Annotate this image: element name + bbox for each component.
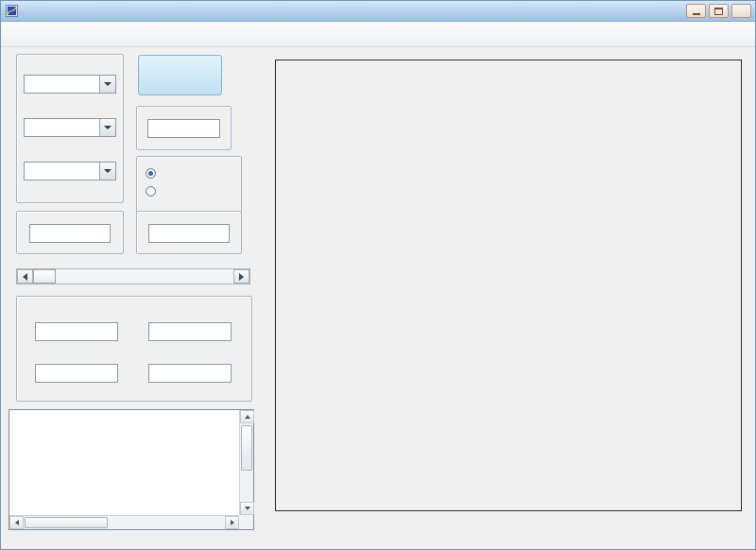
collision-angle-slider[interactable] xyxy=(16,268,250,284)
maximize-icon xyxy=(714,8,723,15)
scroll-right-button[interactable] xyxy=(225,516,239,529)
contour-plot[interactable] xyxy=(275,60,742,511)
close-button[interactable] xyxy=(731,4,751,18)
chevron-down-icon xyxy=(104,169,112,173)
minimize-icon xyxy=(693,13,700,15)
maximize-button[interactable] xyxy=(709,4,729,18)
plot-type-listbox xyxy=(9,409,254,530)
horizontal-scroll-thumb[interactable] xyxy=(25,517,108,528)
cutoff-field[interactable] xyxy=(148,224,230,243)
scroll-left-button[interactable] xyxy=(9,516,24,529)
calculation-type-panel xyxy=(136,156,242,213)
chevron-down-icon xyxy=(104,126,112,129)
ab-momentum-field[interactable] xyxy=(148,322,232,341)
radio-unselected-icon xyxy=(146,186,156,197)
toolbar xyxy=(1,22,755,47)
contour-canvas[interactable] xyxy=(276,60,743,512)
scrollbar-corner xyxy=(239,515,253,529)
bc-distance-field[interactable] xyxy=(35,364,118,383)
combo-arrow-button[interactable] xyxy=(99,76,115,93)
update-button[interactable] xyxy=(138,55,222,95)
atom-a-select[interactable] xyxy=(24,75,116,94)
delta-value-field[interactable] xyxy=(147,119,220,138)
vertical-scrollbar[interactable] xyxy=(239,410,253,515)
dynamics-radio[interactable] xyxy=(146,168,161,179)
bc-momentum-field[interactable] xyxy=(148,364,232,383)
mep-radio[interactable] xyxy=(146,186,161,197)
combo-arrow-button[interactable] xyxy=(99,163,115,180)
combo-arrow-button[interactable] xyxy=(99,119,115,136)
chevron-down-icon xyxy=(104,82,112,86)
vertical-scroll-thumb[interactable] xyxy=(241,425,252,471)
slider-left-arrow[interactable] xyxy=(17,269,33,284)
arrow-down-icon xyxy=(245,507,250,510)
molecular-dynamics-window xyxy=(0,0,756,550)
arrow-right-icon xyxy=(239,273,244,281)
initial-conditions-panel xyxy=(16,296,252,402)
steps-field[interactable] xyxy=(29,224,111,243)
ab-distance-field[interactable] xyxy=(35,322,118,341)
arrow-up-icon xyxy=(245,415,250,419)
scroll-up-button[interactable] xyxy=(240,410,254,423)
scroll-down-button[interactable] xyxy=(240,502,254,515)
minimize-button[interactable] xyxy=(686,4,706,18)
atom-c-select[interactable] xyxy=(24,162,116,180)
arrow-left-icon xyxy=(23,273,27,281)
app-icon xyxy=(5,4,19,18)
horizontal-scrollbar[interactable] xyxy=(9,515,239,529)
atom-b-select[interactable] xyxy=(24,118,116,137)
slider-thumb[interactable] xyxy=(33,269,56,284)
slider-right-arrow[interactable] xyxy=(233,269,249,284)
titlebar[interactable] xyxy=(1,1,755,22)
arrow-left-icon xyxy=(15,520,19,525)
radio-selected-icon xyxy=(146,168,156,179)
arrow-right-icon xyxy=(231,520,234,525)
plot-type-list xyxy=(9,410,239,515)
